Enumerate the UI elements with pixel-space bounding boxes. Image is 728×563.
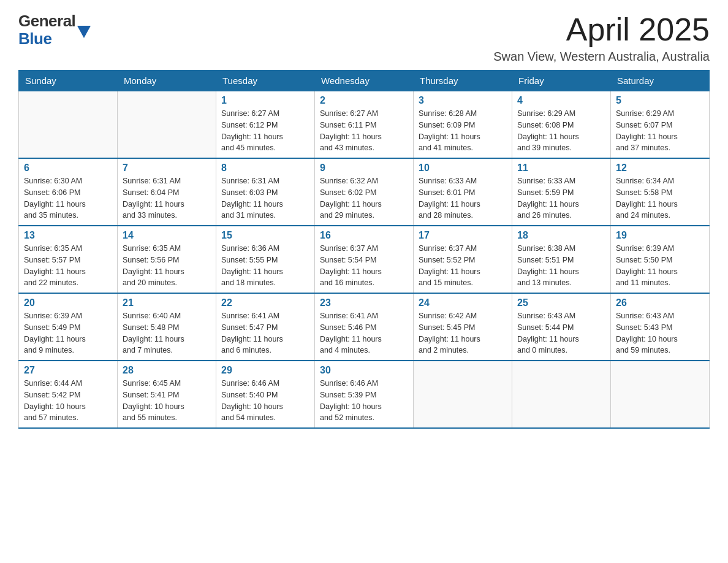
page-header: General Blue April 2025 Swan View, Weste…	[18, 12, 710, 64]
calendar-cell: 5Sunrise: 6:29 AM Sunset: 6:07 PM Daylig…	[611, 91, 710, 159]
day-number: 3	[419, 95, 507, 106]
day-info: Sunrise: 6:43 AM Sunset: 5:44 PM Dayligh…	[517, 310, 605, 356]
calendar-cell: 27Sunrise: 6:44 AM Sunset: 5:42 PM Dayli…	[19, 361, 118, 428]
location-title: Swan View, Western Australia, Australia	[493, 50, 710, 64]
header-day-friday: Friday	[512, 71, 611, 91]
calendar-cell: 25Sunrise: 6:43 AM Sunset: 5:44 PM Dayli…	[512, 293, 611, 361]
calendar-cell: 24Sunrise: 6:42 AM Sunset: 5:45 PM Dayli…	[414, 293, 512, 361]
calendar-cell: 17Sunrise: 6:37 AM Sunset: 5:52 PM Dayli…	[414, 226, 512, 293]
calendar-cell: 1Sunrise: 6:27 AM Sunset: 6:12 PM Daylig…	[216, 91, 315, 159]
calendar-cell: 22Sunrise: 6:41 AM Sunset: 5:47 PM Dayli…	[216, 293, 315, 361]
day-number: 29	[221, 365, 309, 376]
day-number: 5	[616, 95, 704, 106]
logo-text: General Blue	[18, 12, 75, 47]
day-number: 28	[123, 365, 211, 376]
calendar-cell: 20Sunrise: 6:39 AM Sunset: 5:49 PM Dayli…	[19, 293, 118, 361]
day-number: 25	[517, 297, 605, 308]
header-day-monday: Monday	[118, 71, 216, 91]
calendar-cell: 21Sunrise: 6:40 AM Sunset: 5:48 PM Dayli…	[118, 293, 216, 361]
day-number: 7	[123, 163, 211, 174]
header-day-thursday: Thursday	[414, 71, 512, 91]
calendar-cell: 29Sunrise: 6:46 AM Sunset: 5:40 PM Dayli…	[216, 361, 315, 428]
calendar-cell: 8Sunrise: 6:31 AM Sunset: 6:03 PM Daylig…	[216, 158, 315, 226]
day-number: 15	[221, 230, 309, 241]
calendar-cell: 11Sunrise: 6:33 AM Sunset: 5:59 PM Dayli…	[512, 158, 611, 226]
day-info: Sunrise: 6:39 AM Sunset: 5:50 PM Dayligh…	[616, 243, 704, 289]
day-info: Sunrise: 6:46 AM Sunset: 5:39 PM Dayligh…	[320, 378, 408, 424]
calendar-table: SundayMondayTuesdayWednesdayThursdayFrid…	[18, 70, 710, 429]
week-row-1: 1Sunrise: 6:27 AM Sunset: 6:12 PM Daylig…	[19, 91, 710, 159]
calendar-cell: 13Sunrise: 6:35 AM Sunset: 5:57 PM Dayli…	[19, 226, 118, 293]
day-info: Sunrise: 6:35 AM Sunset: 5:57 PM Dayligh…	[24, 243, 112, 289]
logo: General Blue	[18, 12, 91, 47]
day-number: 19	[616, 230, 704, 241]
calendar-cell: 19Sunrise: 6:39 AM Sunset: 5:50 PM Dayli…	[611, 226, 710, 293]
day-number: 1	[221, 95, 309, 106]
calendar-cell: 14Sunrise: 6:35 AM Sunset: 5:56 PM Dayli…	[118, 226, 216, 293]
calendar-cell: 3Sunrise: 6:28 AM Sunset: 6:09 PM Daylig…	[414, 91, 512, 159]
header-day-wednesday: Wednesday	[315, 71, 414, 91]
day-number: 9	[320, 163, 408, 174]
calendar-cell: 6Sunrise: 6:30 AM Sunset: 6:06 PM Daylig…	[19, 158, 118, 226]
day-number: 8	[221, 163, 309, 174]
calendar-cell: 15Sunrise: 6:36 AM Sunset: 5:55 PM Dayli…	[216, 226, 315, 293]
day-number: 30	[320, 365, 408, 376]
calendar-cell: 7Sunrise: 6:31 AM Sunset: 6:04 PM Daylig…	[118, 158, 216, 226]
day-info: Sunrise: 6:33 AM Sunset: 5:59 PM Dayligh…	[517, 175, 605, 221]
calendar-cell	[118, 91, 216, 159]
calendar-cell	[414, 361, 512, 428]
title-area: April 2025 Swan View, Western Australia,…	[493, 12, 710, 64]
calendar-cell	[512, 361, 611, 428]
day-number: 6	[24, 163, 112, 174]
day-info: Sunrise: 6:36 AM Sunset: 5:55 PM Dayligh…	[221, 243, 309, 289]
day-number: 10	[419, 163, 507, 174]
week-row-5: 27Sunrise: 6:44 AM Sunset: 5:42 PM Dayli…	[19, 361, 710, 428]
day-number: 17	[419, 230, 507, 241]
day-number: 24	[419, 297, 507, 308]
day-number: 27	[24, 365, 112, 376]
day-number: 16	[320, 230, 408, 241]
day-number: 18	[517, 230, 605, 241]
day-info: Sunrise: 6:31 AM Sunset: 6:03 PM Dayligh…	[221, 175, 309, 221]
day-info: Sunrise: 6:30 AM Sunset: 6:06 PM Dayligh…	[24, 175, 112, 221]
header-day-sunday: Sunday	[19, 71, 118, 91]
day-info: Sunrise: 6:37 AM Sunset: 5:54 PM Dayligh…	[320, 243, 408, 289]
day-info: Sunrise: 6:40 AM Sunset: 5:48 PM Dayligh…	[123, 310, 211, 356]
calendar-header: SundayMondayTuesdayWednesdayThursdayFrid…	[19, 71, 710, 91]
calendar-cell	[19, 91, 118, 159]
calendar-cell: 9Sunrise: 6:32 AM Sunset: 6:02 PM Daylig…	[315, 158, 414, 226]
day-info: Sunrise: 6:41 AM Sunset: 5:46 PM Dayligh…	[320, 310, 408, 356]
header-row: SundayMondayTuesdayWednesdayThursdayFrid…	[19, 71, 710, 91]
calendar-cell: 28Sunrise: 6:45 AM Sunset: 5:41 PM Dayli…	[118, 361, 216, 428]
week-row-3: 13Sunrise: 6:35 AM Sunset: 5:57 PM Dayli…	[19, 226, 710, 293]
day-info: Sunrise: 6:29 AM Sunset: 6:08 PM Dayligh…	[517, 108, 605, 154]
calendar-body: 1Sunrise: 6:27 AM Sunset: 6:12 PM Daylig…	[19, 91, 710, 429]
calendar-cell: 26Sunrise: 6:43 AM Sunset: 5:43 PM Dayli…	[611, 293, 710, 361]
day-info: Sunrise: 6:29 AM Sunset: 6:07 PM Dayligh…	[616, 108, 704, 154]
logo-content: General Blue	[18, 12, 91, 47]
day-info: Sunrise: 6:32 AM Sunset: 6:02 PM Dayligh…	[320, 175, 408, 221]
day-info: Sunrise: 6:44 AM Sunset: 5:42 PM Dayligh…	[24, 378, 112, 424]
day-info: Sunrise: 6:31 AM Sunset: 6:04 PM Dayligh…	[123, 175, 211, 221]
day-number: 2	[320, 95, 408, 106]
day-number: 26	[616, 297, 704, 308]
month-title: April 2025	[493, 12, 710, 47]
day-info: Sunrise: 6:34 AM Sunset: 5:58 PM Dayligh…	[616, 175, 704, 221]
day-info: Sunrise: 6:33 AM Sunset: 6:01 PM Dayligh…	[419, 175, 507, 221]
day-info: Sunrise: 6:35 AM Sunset: 5:56 PM Dayligh…	[123, 243, 211, 289]
day-number: 14	[123, 230, 211, 241]
calendar-cell: 2Sunrise: 6:27 AM Sunset: 6:11 PM Daylig…	[315, 91, 414, 159]
day-info: Sunrise: 6:27 AM Sunset: 6:12 PM Dayligh…	[221, 108, 309, 154]
day-number: 22	[221, 297, 309, 308]
calendar-cell	[611, 361, 710, 428]
calendar-cell: 18Sunrise: 6:38 AM Sunset: 5:51 PM Dayli…	[512, 226, 611, 293]
day-info: Sunrise: 6:42 AM Sunset: 5:45 PM Dayligh…	[419, 310, 507, 356]
week-row-2: 6Sunrise: 6:30 AM Sunset: 6:06 PM Daylig…	[19, 158, 710, 226]
day-info: Sunrise: 6:37 AM Sunset: 5:52 PM Dayligh…	[419, 243, 507, 289]
calendar-cell: 10Sunrise: 6:33 AM Sunset: 6:01 PM Dayli…	[414, 158, 512, 226]
logo-triangle-icon	[77, 26, 91, 40]
calendar-cell: 12Sunrise: 6:34 AM Sunset: 5:58 PM Dayli…	[611, 158, 710, 226]
calendar-cell: 23Sunrise: 6:41 AM Sunset: 5:46 PM Dayli…	[315, 293, 414, 361]
day-number: 21	[123, 297, 211, 308]
day-info: Sunrise: 6:28 AM Sunset: 6:09 PM Dayligh…	[419, 108, 507, 154]
